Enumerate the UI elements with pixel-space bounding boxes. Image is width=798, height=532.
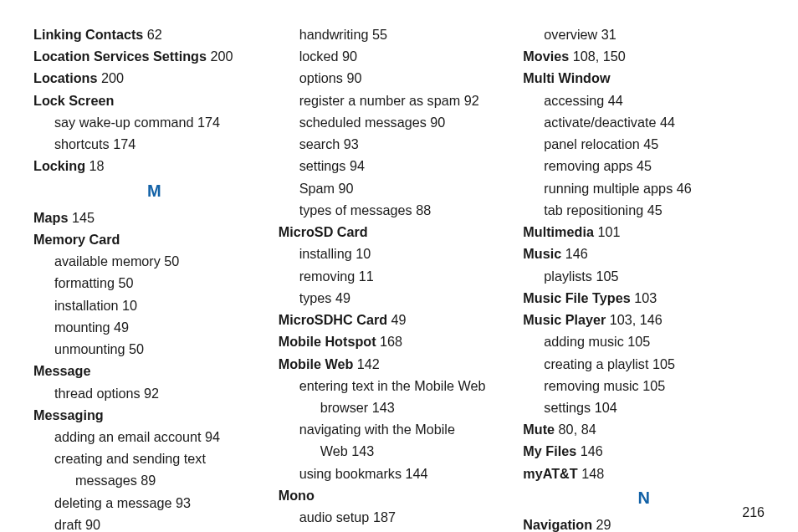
index-subtext: settings — [544, 400, 591, 415]
index-page-ref: 150 — [603, 49, 626, 64]
index-page-ref: 168 — [380, 334, 402, 349]
index-subentry: scheduled messages 90 — [279, 111, 520, 133]
index-topic: Maps — [33, 210, 68, 225]
index-subentry: accessing 44 — [523, 90, 765, 111]
index-page-ref: 10 — [356, 246, 371, 261]
index-subentry: settings 104 — [523, 396, 765, 418]
index-subtext: say wake-up command — [54, 115, 193, 130]
index-subtext: adding music — [544, 334, 623, 349]
index-subentry: search 93 — [279, 133, 520, 155]
index-entry: Movies 108, 150 — [523, 45, 765, 67]
index-subentry: mounting 49 — [33, 316, 275, 338]
index-subtext: browser — [320, 400, 369, 415]
index-entry: Locking 18 — [33, 155, 275, 176]
index-page-ref: 105 — [642, 378, 665, 393]
index-page-ref: 49 — [335, 290, 350, 305]
index-page-ref: 92 — [144, 386, 159, 401]
index-page-ref: 101 — [597, 224, 620, 239]
index-topic: Music — [523, 246, 561, 261]
index-page-ref: 11 — [359, 269, 374, 284]
index-subentry: available memory 50 — [33, 250, 275, 272]
index-topic: Messaging — [33, 407, 104, 422]
index-topic: Mobile Hotspot — [279, 334, 376, 349]
index-subtext: playlists — [544, 269, 592, 284]
index-page-ref: 50 — [129, 341, 144, 356]
index-subtext: register a number as spam — [299, 93, 461, 108]
index-subtext: options — [299, 70, 343, 85]
index-subentry: draft 90 — [33, 514, 275, 532]
index-subtext: using bookmarks — [299, 466, 402, 481]
index-subentry: types of messages 88 — [279, 199, 520, 221]
index-subentry: locked 90 — [279, 45, 520, 67]
index-page-ref: 146 — [581, 443, 603, 458]
index-subentry: say wake-up command 174 — [33, 111, 275, 133]
index-subtext: adding an email account — [54, 429, 202, 444]
index-subentry: installing 10 — [279, 243, 520, 264]
index-page-ref: 143 — [372, 400, 395, 415]
index-page-ref: 44 — [608, 93, 623, 108]
index-entry: Motion — [279, 528, 520, 532]
index-page-ref: 145 — [72, 210, 95, 225]
index-subtext: navigating with the Mobile — [299, 422, 455, 437]
index-subtext: running multiple apps — [544, 181, 673, 196]
index-subentry: adding music 105 — [523, 330, 765, 352]
index-entry: Navigation 29 — [523, 514, 765, 532]
index-subtext: installation — [54, 298, 119, 313]
index-subtext: audio setup — [299, 509, 370, 524]
index-topic: Mobile Web — [279, 356, 354, 371]
index-entry: Multimedia 101 — [523, 221, 765, 243]
index-page-ref: 174 — [197, 115, 220, 130]
index-page-ref: 90 — [85, 517, 100, 532]
index-page-ref: 90 — [430, 115, 445, 130]
index-topic: Location Services Settings — [33, 49, 207, 64]
index-page-ref: 45 — [637, 158, 652, 173]
index-page-ref: 29 — [596, 517, 611, 532]
index-subentry: panel relocation 45 — [523, 133, 765, 155]
index-page-ref: 144 — [406, 466, 428, 481]
section-letter-m: M — [33, 177, 275, 207]
index-subtext: types — [299, 290, 332, 305]
index-subentry: audio setup 187 — [279, 506, 520, 528]
index-subtext: removing music — [544, 378, 638, 393]
index-subtext: creating a playlist — [544, 356, 648, 371]
index-subentry-contd: browser 143 — [279, 396, 520, 418]
index-page: Linking Contacts 62 Location Services Se… — [0, 0, 798, 532]
index-entry: Memory Card — [33, 228, 275, 250]
index-entry: Music 146 — [523, 243, 765, 264]
index-page-ref: 104 — [595, 400, 617, 415]
index-subentry-contd: messages 89 — [33, 469, 275, 491]
index-topic: myAT&T — [523, 466, 577, 481]
index-page-ref: 90 — [338, 181, 353, 196]
index-topic: Message — [33, 363, 90, 378]
index-subentry: adding an email account 94 — [33, 426, 275, 448]
index-page-ref: 103 — [634, 290, 657, 305]
index-topic: Lock Screen — [33, 93, 114, 108]
index-page-ref: 146 — [565, 246, 588, 261]
index-topic: Movies — [523, 49, 569, 64]
index-subtext: messages — [75, 473, 137, 488]
index-entry: My Files 146 — [523, 440, 765, 462]
index-subentry: handwriting 55 — [279, 23, 520, 45]
column-1: Linking Contacts 62 Location Services Se… — [33, 23, 275, 532]
index-page-ref: 93 — [176, 495, 191, 510]
index-page-ref: 148 — [581, 466, 604, 481]
index-entry: MicroSD Card — [279, 221, 520, 243]
index-page-ref: 49 — [391, 312, 407, 327]
index-topic: Memory Card — [33, 232, 120, 247]
index-topic: Navigation — [523, 517, 592, 532]
index-subentry: tab repositioning 45 — [523, 199, 765, 221]
index-subtext: search — [299, 136, 340, 151]
index-page-ref: 84 — [581, 422, 596, 437]
index-page-ref: 18 — [90, 158, 105, 173]
index-page-ref: 49 — [114, 320, 129, 335]
index-subtext: activate/deactivate — [544, 115, 656, 130]
section-letter-n: N — [523, 484, 765, 514]
index-page-ref: 94 — [205, 429, 220, 444]
index-entry: MicroSDHC Card 49 — [279, 309, 520, 330]
index-subtext: removing — [299, 269, 356, 284]
index-topic: Multi Window — [523, 70, 610, 85]
index-entry: Mute 80, 84 — [523, 418, 765, 440]
index-subtext: draft — [54, 517, 81, 532]
index-entry: Music File Types 103 — [523, 287, 765, 309]
index-subtext: deleting a message — [54, 495, 171, 510]
